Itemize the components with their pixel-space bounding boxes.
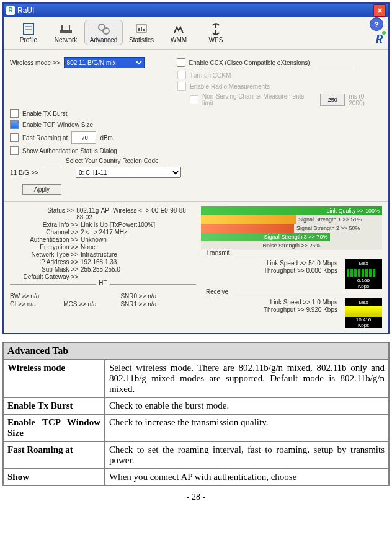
mask-v: 255.255.255.0 <box>81 266 120 273</box>
window-title: RaUI <box>17 6 34 15</box>
tab-wps[interactable]: WPS <box>197 22 234 43</box>
ht-divider: HT <box>10 284 196 291</box>
tcp-window-label: Enable TCP Window Size <box>22 122 93 128</box>
tab-wmm[interactable]: WMM <box>160 22 197 43</box>
wireless-mode-select[interactable]: 802.11 B/G/N mix <box>64 57 145 68</box>
extra-k: Extra Info >> <box>10 221 81 228</box>
advanced-icon <box>85 22 122 37</box>
show-auth-label: Show Authentication Status Dialog <box>22 148 117 154</box>
titlebar: R RaUI ✕ <box>4 4 388 17</box>
row-val: Check to enable the burst mode. <box>105 397 389 414</box>
row-key: Fast Roaming at <box>3 441 105 469</box>
mcs-k: MCS >> <box>63 301 86 308</box>
tab-advanced[interactable]: Advanced <box>84 20 123 45</box>
tab-label: Statistics <box>129 37 154 43</box>
row-val: Check to set the roaming interval, fast … <box>105 441 389 469</box>
status-v: 802.11g-AP -Wireless <--> 00-E0-98-88-88… <box>76 207 196 221</box>
bg-select[interactable]: 0: CH1-11 <box>76 167 181 178</box>
main-toolbar: Profile Network Advanced Statistics WMM … <box>4 17 388 50</box>
nonserv-checkbox <box>190 95 198 104</box>
screenshot-frame: R RaUI ✕ Profile Network Advanced Statis… <box>2 2 390 334</box>
transmit-group: Transmit <box>201 254 382 254</box>
wireless-mode-label: Wireless mode >> <box>10 60 60 66</box>
wps-icon <box>197 22 234 37</box>
enable-ccx-checkbox[interactable] <box>177 58 185 67</box>
close-button[interactable]: ✕ <box>373 4 386 17</box>
snr0-k: SNR0 >> <box>120 293 146 299</box>
profile-icon <box>10 22 47 37</box>
tx-burst-checkbox[interactable] <box>10 109 19 118</box>
status-area: Status >>802.11g-AP -Wireless <--> 00-E0… <box>4 202 388 333</box>
brand-r-icon: R <box>375 32 383 47</box>
svg-rect-11 <box>143 29 145 31</box>
row-val: When you connect AP with authentication,… <box>105 469 389 485</box>
rx-monitor: Max 10.416Kbps <box>345 298 382 328</box>
rx-throughput: Throughput >> 9.920 Kbps <box>201 306 341 313</box>
tx-monitor: Max 0.160Kbps <box>345 259 382 289</box>
statistics-icon <box>123 22 160 37</box>
app-icon: R <box>6 6 15 15</box>
advanced-panel: Wireless mode >> 802.11 B/G/N mix Enable… <box>4 50 388 202</box>
tab-statistics[interactable]: Statistics <box>123 22 160 43</box>
signal-1-bar: Signal Strength 1 >> 51% <box>201 215 382 224</box>
row-val: Check to increase the transmission quali… <box>105 414 389 441</box>
signal-2-bar: Signal Strength 2 >> 50% <box>201 224 382 233</box>
ch-k: Channel >> <box>10 229 81 236</box>
snr1-v: n/a <box>148 301 156 308</box>
tcp-window-checkbox[interactable] <box>10 120 19 129</box>
enable-radio-label: Enable Radio Measurements <box>190 83 270 90</box>
ccx-underline <box>316 60 354 66</box>
network-icon <box>47 22 84 37</box>
fast-roaming-unit: dBm <box>100 135 113 141</box>
fast-roaming-checkbox[interactable] <box>10 133 19 142</box>
row-key: Show <box>3 469 105 485</box>
enable-radio-checkbox <box>177 82 186 91</box>
ip-v: 192.168.1.33 <box>81 259 117 265</box>
status-k: Status >> <box>10 207 76 221</box>
row-key: Enable TCP Window Size <box>3 414 105 441</box>
ch-v: 2 <--> 2417 MHz <box>81 229 127 236</box>
turn-cckm-checkbox <box>177 71 186 79</box>
ip-k: IP Address >> <box>10 259 81 265</box>
enc-k: Encryption >> <box>10 244 81 250</box>
gi-v: n/a <box>27 301 36 308</box>
svg-rect-3 <box>60 30 72 33</box>
tab-label: Network <box>55 37 78 43</box>
tab-profile[interactable]: Profile <box>10 22 47 43</box>
fast-roaming-label: Fast Roaming at <box>22 135 68 141</box>
gi-k: GI >> <box>10 301 25 308</box>
region-line-right <box>165 157 184 164</box>
mask-k: Sub Mask >> <box>10 266 81 273</box>
net-v: Infrastructure <box>81 251 117 258</box>
tab-label: Advanced <box>90 37 117 43</box>
fast-roaming-input[interactable] <box>71 131 96 144</box>
nonserv-label: Non-Serving Channel Measurements limit <box>202 93 316 107</box>
turn-cckm-label: Turn on CCKM <box>190 72 231 79</box>
nonserv-input <box>320 94 345 106</box>
description-table: Advanced Tab Wireless modeSelect wireles… <box>2 342 390 486</box>
row-val: Select wireless mode. There are 802.11b/… <box>105 360 389 397</box>
tx-throughput: Throughput >> 0.000 Kbps <box>201 267 341 274</box>
snr1-k: SNR1 >> <box>120 301 146 308</box>
apply-button[interactable]: Apply <box>22 184 61 195</box>
table-header: Advanced Tab <box>3 342 389 360</box>
receive-group: Receive <box>201 293 382 293</box>
region-label: Select Your Country Region Code <box>66 157 159 164</box>
wmm-icon <box>160 22 197 37</box>
signal-3-bar: Signal Strength 3 >> 70% <box>201 233 382 241</box>
enc-v: None <box>81 244 96 250</box>
extra-v: Link is Up [TxPower:100%] <box>81 221 155 228</box>
show-auth-checkbox[interactable] <box>10 146 19 155</box>
tab-label: Profile <box>20 37 37 43</box>
page-number: - 28 - <box>0 492 392 502</box>
tab-network[interactable]: Network <box>47 22 84 43</box>
enable-ccx-label: Enable CCX (Cisco Compatible eXtensions) <box>189 60 310 66</box>
tx-burst-label: Enable TX Burst <box>22 110 68 117</box>
svg-rect-10 <box>141 27 142 31</box>
tab-label: WMM <box>171 37 187 43</box>
net-k: Network Type >> <box>10 251 81 258</box>
bw-v: n/a <box>30 293 39 299</box>
help-icon[interactable]: ? <box>370 17 383 31</box>
rx-linkspeed: Link Speed >> 1.0 Mbps <box>201 299 341 306</box>
nonserv-range: ms (0-2000) <box>349 93 382 107</box>
